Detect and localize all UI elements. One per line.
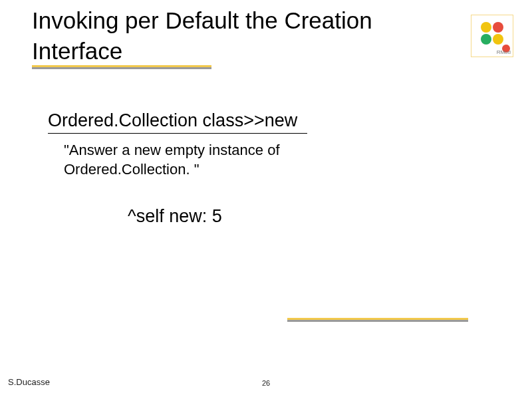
decorative-underline	[287, 318, 468, 322]
svg-point-3	[493, 34, 503, 45]
svg-point-0	[481, 22, 491, 33]
slide-title: Invoking per Default the Creation Interf…	[32, 5, 444, 66]
rmod-logo-label: RMod	[497, 49, 511, 55]
method-body-code: ^self new: 5	[128, 206, 222, 227]
svg-point-1	[493, 22, 503, 33]
footer-author: S.Ducasse	[8, 377, 50, 387]
method-comment: "Answer a new empty instance of Ordered.…	[64, 141, 356, 179]
slide-title-block: Invoking per Default the Creation Interf…	[32, 5, 444, 66]
rmod-logo: RMod	[471, 15, 513, 57]
footer-page-number: 26	[262, 379, 270, 387]
method-signature: Ordered.Collection class>>new	[48, 110, 297, 131]
title-underline	[32, 65, 211, 69]
method-signature-underline	[48, 133, 307, 134]
svg-point-2	[481, 34, 491, 45]
